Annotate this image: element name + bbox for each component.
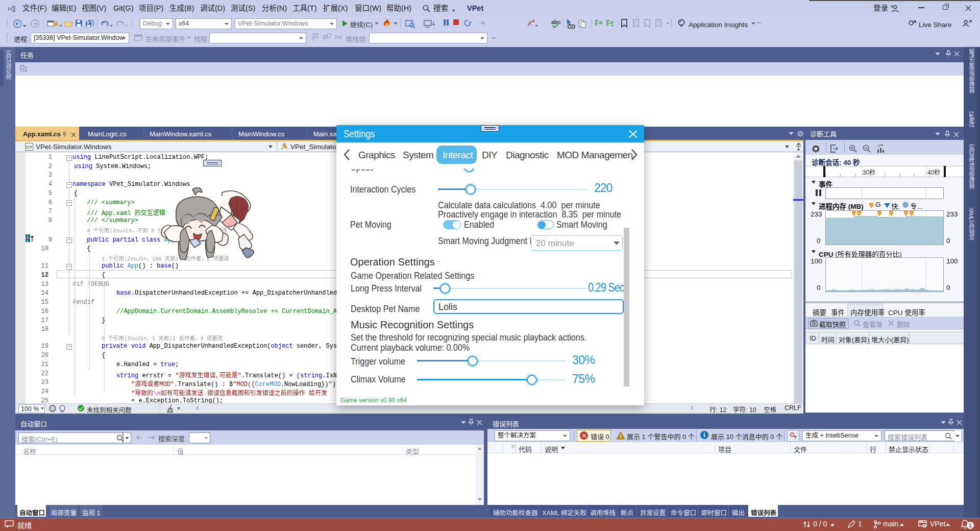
- svg-text:o: o: [27, 239, 29, 243]
- svg-text:C#: C#: [26, 144, 32, 150]
- svg-text:7: 7: [794, 435, 797, 440]
- svg-text:I: I: [27, 235, 29, 238]
